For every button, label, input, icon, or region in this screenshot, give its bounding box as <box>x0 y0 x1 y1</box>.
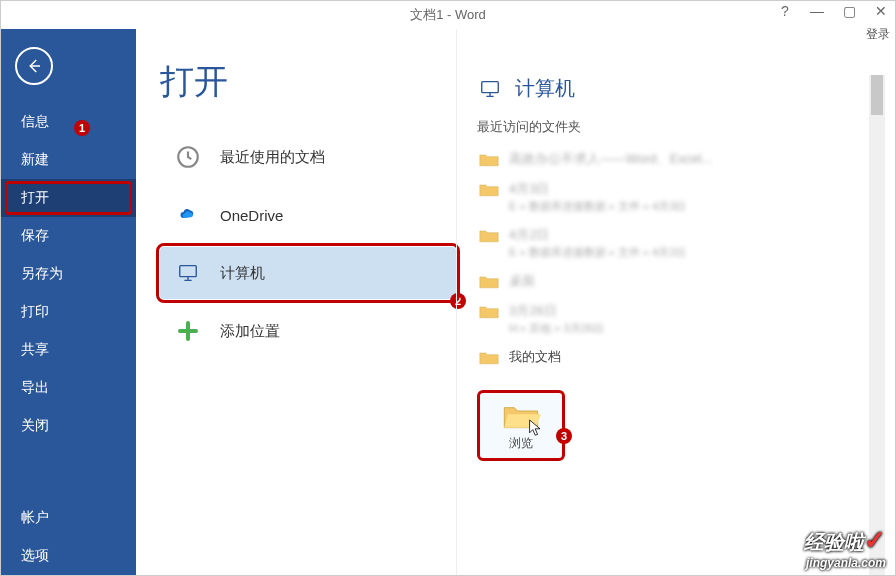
source-label: 计算机 <box>220 264 265 283</box>
back-button[interactable] <box>15 47 53 85</box>
nav-new[interactable]: 新建 <box>1 141 136 179</box>
folder-column: 计算机 最近访问的文件夹 高效办公不求人——Word、Excel... 4月3日 <box>456 29 895 575</box>
clock-icon <box>174 143 202 171</box>
folder-path: E » 数据库连接数据 » 文件 » 4月3日 <box>509 199 686 214</box>
folder-name: 4月3日 <box>509 180 686 198</box>
window-controls: ? — ▢ ✕ <box>775 3 891 19</box>
nav-share[interactable]: 共享 <box>1 331 136 369</box>
folder-item[interactable]: 4月3日 E » 数据库连接数据 » 文件 » 4月3日 <box>477 174 863 220</box>
scroll-thumb[interactable] <box>871 75 883 115</box>
nav-print[interactable]: 打印 <box>1 293 136 331</box>
nav-export[interactable]: 导出 <box>1 369 136 407</box>
folder-icon <box>479 274 499 290</box>
cloud-icon <box>174 201 202 229</box>
window-title: 文档1 - Word <box>410 6 486 24</box>
nav-open[interactable]: 打开 <box>1 179 136 217</box>
folder-icon <box>479 350 499 366</box>
recent-folder-list: 高效办公不求人——Word、Excel... 4月3日 E » 数据库连接数据 … <box>477 144 863 372</box>
nav-save[interactable]: 保存 <box>1 217 136 255</box>
recent-folders-label: 最近访问的文件夹 <box>477 118 863 136</box>
nav-saveas[interactable]: 另存为 <box>1 255 136 293</box>
source-recent[interactable]: 最近使用的文档 <box>160 131 456 183</box>
nav-account[interactable]: 帐户 <box>1 499 136 537</box>
folder-item[interactable]: 高效办公不求人——Word、Excel... <box>477 144 863 174</box>
titlebar: 文档1 - Word ? — ▢ ✕ <box>1 1 895 29</box>
source-label: 添加位置 <box>220 322 280 341</box>
page-title: 打开 <box>160 59 456 105</box>
open-folder-icon <box>501 401 541 431</box>
nav-options[interactable]: 选项 <box>1 537 136 575</box>
callout-badge-1: 1 <box>74 120 90 136</box>
computer-icon <box>477 78 503 100</box>
backstage-sidebar: 信息 新建 打开 保存 另存为 打印 共享 导出 关闭 帐户 选项 <box>1 29 136 575</box>
folder-item[interactable]: 3月26日 H:» 其他 » 3月26日 <box>477 296 863 342</box>
close-button[interactable]: ✕ <box>871 3 891 19</box>
browse-button[interactable]: 浏览 3 <box>477 390 565 461</box>
minimize-button[interactable]: — <box>807 3 827 19</box>
folder-item[interactable]: 我的文档 <box>477 342 863 372</box>
folder-item[interactable]: 4月2日 E » 数据库连接数据 » 文件 » 4月2日 <box>477 220 863 266</box>
source-label: OneDrive <box>220 207 283 224</box>
folder-icon <box>479 182 499 198</box>
svg-rect-2 <box>482 81 499 92</box>
folder-item[interactable]: 桌面 <box>477 266 863 296</box>
nav-close[interactable]: 关闭 <box>1 407 136 445</box>
folder-name: 4月2日 <box>509 226 686 244</box>
callout-badge-3: 3 <box>556 428 572 444</box>
open-sources-column: 打开 最近使用的文档 OneDrive <box>136 29 456 575</box>
help-button[interactable]: ? <box>775 3 795 19</box>
source-add-place[interactable]: 添加位置 <box>160 305 456 357</box>
nav-info[interactable]: 信息 <box>1 103 136 141</box>
folder-path: H:» 其他 » 3月26日 <box>509 321 604 336</box>
arrow-left-icon <box>25 57 43 75</box>
right-title: 计算机 <box>477 75 863 102</box>
folder-name: 我的文档 <box>509 348 561 366</box>
folder-icon <box>479 228 499 244</box>
restore-button[interactable]: ▢ <box>839 3 859 19</box>
browse-label: 浏览 <box>509 435 533 452</box>
folder-path: E » 数据库连接数据 » 文件 » 4月2日 <box>509 245 686 260</box>
plus-icon <box>174 317 202 345</box>
svg-rect-1 <box>180 266 197 277</box>
folder-name: 3月26日 <box>509 302 604 320</box>
computer-icon <box>174 259 202 287</box>
folder-name: 桌面 <box>509 272 535 290</box>
source-computer[interactable]: 计算机 2 <box>160 247 456 299</box>
main-area: 打开 最近使用的文档 OneDrive <box>136 29 895 575</box>
source-onedrive[interactable]: OneDrive <box>160 189 456 241</box>
folder-icon <box>479 304 499 320</box>
source-label: 最近使用的文档 <box>220 148 325 167</box>
vertical-scrollbar[interactable] <box>869 75 885 575</box>
folder-name: 高效办公不求人——Word、Excel... <box>509 150 712 168</box>
folder-icon <box>479 152 499 168</box>
right-title-text: 计算机 <box>515 75 575 102</box>
